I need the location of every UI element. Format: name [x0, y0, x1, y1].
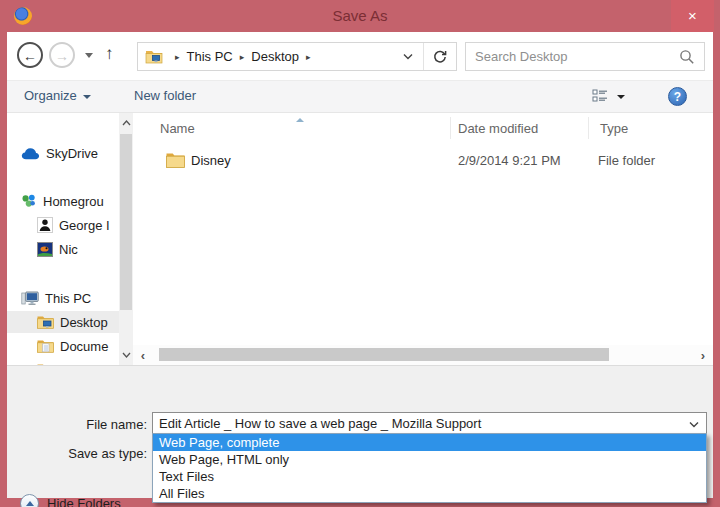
- file-name-combobox[interactable]: [152, 412, 707, 435]
- documents-folder-icon: [37, 339, 54, 353]
- sidebar-item-this-pc[interactable]: This PC: [7, 287, 119, 309]
- column-divider[interactable]: [450, 117, 451, 139]
- new-folder-button[interactable]: New folder: [134, 88, 196, 103]
- organize-button[interactable]: Organize: [24, 88, 91, 103]
- sort-ascending-icon: [296, 118, 304, 122]
- dropdown-option-all-files[interactable]: All Files: [153, 485, 706, 502]
- hide-folders-button[interactable]: Hide Folders: [20, 494, 121, 507]
- save-as-type-label: Save as type:: [7, 446, 147, 461]
- sidebar-item-nic[interactable]: Nic: [7, 238, 119, 260]
- up-button[interactable]: ↑: [105, 44, 114, 64]
- collapse-up-icon: [20, 494, 39, 507]
- close-button[interactable]: ×: [671, 0, 714, 32]
- computer-icon: [21, 291, 39, 306]
- scroll-left-icon[interactable]: ‹: [133, 348, 153, 363]
- breadcrumb-separator[interactable]: ▸: [233, 52, 252, 62]
- file-row-disney[interactable]: Disney 2/9/2014 9:21 PM File folder: [133, 149, 713, 175]
- breadcrumb-separator: ▸: [168, 52, 187, 62]
- dropdown-option-web-page-complete[interactable]: Web Page, complete: [153, 434, 706, 451]
- folder-icon: [166, 152, 185, 168]
- sidebar-item-homegroup[interactable]: Homegrou: [7, 190, 119, 212]
- column-header-type[interactable]: Type: [600, 121, 628, 136]
- save-as-type-dropdown-list: Web Page, complete Web Page, HTML only T…: [152, 433, 707, 503]
- scroll-right-icon[interactable]: ›: [693, 348, 713, 363]
- view-options[interactable]: [592, 89, 625, 103]
- help-icon[interactable]: ?: [668, 87, 687, 106]
- dropdown-option-web-page-html-only[interactable]: Web Page, HTML only: [153, 451, 706, 468]
- hide-folders-label: Hide Folders: [47, 496, 121, 507]
- file-name-label: File name:: [7, 417, 147, 432]
- content-area: SkyDrive Homegrou: [7, 113, 713, 365]
- user-icon: [37, 217, 53, 233]
- navigation-sidebar: SkyDrive Homegrou: [7, 113, 119, 365]
- file-name-input[interactable]: [159, 414, 679, 433]
- sidebar-item-label: SkyDrive: [46, 146, 98, 161]
- sidebar-item-desktop[interactable]: Desktop: [7, 311, 119, 333]
- breadcrumb-this-pc[interactable]: This PC: [187, 49, 233, 64]
- column-headers: Name Date modified Type: [133, 117, 713, 143]
- sidebar-item-label: Desktop: [60, 315, 108, 330]
- desktop-folder-icon: [145, 49, 163, 64]
- scrollbar-thumb[interactable]: [159, 348, 609, 361]
- scrollbar-thumb[interactable]: [120, 134, 132, 310]
- search-input[interactable]: [475, 44, 675, 69]
- sidebar-item-label: Docume: [60, 339, 108, 354]
- forward-button: →: [49, 42, 75, 68]
- file-type: File folder: [598, 153, 655, 168]
- skydrive-cloud-icon: [21, 147, 40, 160]
- sidebar-item-documents[interactable]: Docume: [7, 335, 119, 357]
- sidebar-item-label: This PC: [45, 291, 91, 306]
- title-bar: Save As ×: [0, 0, 720, 32]
- sidebar-item-label: George I: [59, 218, 110, 233]
- picture-icon: [37, 242, 53, 257]
- organize-label: Organize: [24, 88, 77, 103]
- scroll-down-icon[interactable]: [119, 347, 133, 363]
- column-header-date-modified[interactable]: Date modified: [458, 121, 538, 136]
- dialog-body: ← → ↑ ▸ This PC ▸ Desktop ▸: [7, 32, 713, 498]
- sidebar-item-label: Homegrou: [43, 194, 104, 209]
- save-as-dialog: Save As × ← → ↑ ▸ This PC ▸: [0, 0, 720, 507]
- sidebar-item-label: Nic: [59, 242, 78, 257]
- dialog-title: Save As: [0, 7, 720, 24]
- dropdown-option-text-files[interactable]: Text Files: [153, 468, 706, 485]
- refresh-icon[interactable]: [424, 43, 456, 70]
- chevron-down-icon: [83, 95, 91, 99]
- desktop-folder-icon: [37, 315, 54, 329]
- command-toolbar: Organize New folder: [7, 80, 713, 113]
- new-folder-label: New folder: [134, 88, 196, 103]
- scroll-up-icon[interactable]: [119, 115, 133, 131]
- sidebar-item-skydrive[interactable]: SkyDrive: [7, 142, 119, 164]
- chevron-down-icon[interactable]: [689, 421, 699, 428]
- navigation-bar: ← → ↑ ▸ This PC ▸ Desktop ▸: [7, 32, 713, 80]
- breadcrumb-separator[interactable]: ▸: [299, 52, 318, 62]
- column-divider[interactable]: [588, 117, 589, 139]
- views-dropdown-icon[interactable]: [617, 95, 625, 99]
- column-header-name[interactable]: Name: [160, 121, 195, 136]
- list-horizontal-scrollbar[interactable]: ‹ ›: [133, 345, 713, 365]
- sidebar-item-george[interactable]: George I: [7, 214, 119, 236]
- search-box[interactable]: [465, 42, 705, 71]
- breadcrumb-desktop[interactable]: Desktop: [251, 49, 299, 64]
- history-dropdown-icon[interactable]: [85, 53, 93, 58]
- homegroup-icon: [21, 193, 37, 209]
- file-list: Name Date modified Type Disney 2/9/2014 …: [133, 113, 713, 365]
- back-button[interactable]: ←: [17, 42, 43, 68]
- list-view-icon[interactable]: [592, 89, 608, 103]
- sidebar-scrollbar[interactable]: [119, 113, 133, 365]
- search-icon[interactable]: [679, 49, 695, 65]
- file-name: Disney: [191, 153, 231, 168]
- address-dropdown-icon[interactable]: [393, 43, 423, 70]
- address-bar[interactable]: ▸ This PC ▸ Desktop ▸: [137, 42, 457, 71]
- file-date-modified: 2/9/2014 9:21 PM: [458, 153, 561, 168]
